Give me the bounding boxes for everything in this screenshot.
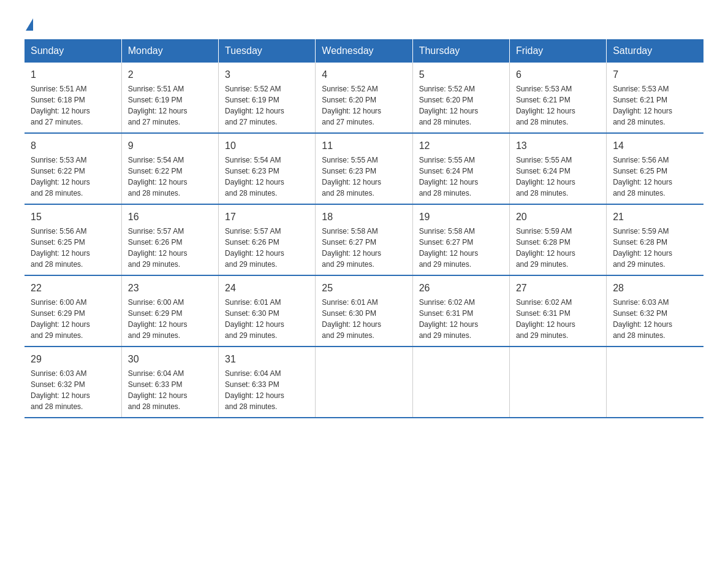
calendar-day-cell: 23Sunrise: 6:00 AMSunset: 6:29 PMDayligh… bbox=[121, 275, 218, 347]
day-number: 3 bbox=[225, 67, 309, 82]
calendar-day-cell: 3Sunrise: 5:52 AMSunset: 6:19 PMDaylight… bbox=[219, 63, 316, 133]
day-number: 26 bbox=[419, 281, 503, 296]
calendar-day-cell: 8Sunrise: 5:53 AMSunset: 6:22 PMDaylight… bbox=[25, 133, 121, 204]
day-number: 23 bbox=[128, 281, 212, 296]
calendar-day-cell: 31Sunrise: 6:04 AMSunset: 6:33 PMDayligh… bbox=[219, 347, 316, 418]
day-number: 22 bbox=[31, 281, 115, 296]
day-number: 4 bbox=[322, 67, 406, 82]
calendar-day-cell: 10Sunrise: 5:54 AMSunset: 6:23 PMDayligh… bbox=[219, 133, 316, 204]
day-number: 1 bbox=[31, 67, 115, 82]
calendar-week-row: 29Sunrise: 6:03 AMSunset: 6:32 PMDayligh… bbox=[25, 347, 703, 418]
calendar-day-cell: 2Sunrise: 5:51 AMSunset: 6:19 PMDaylight… bbox=[121, 63, 218, 133]
day-number: 10 bbox=[225, 139, 309, 153]
calendar-day-cell: 4Sunrise: 5:52 AMSunset: 6:20 PMDaylight… bbox=[316, 63, 412, 133]
calendar-day-cell: 21Sunrise: 5:59 AMSunset: 6:28 PMDayligh… bbox=[607, 204, 703, 275]
calendar-day-cell bbox=[607, 347, 703, 418]
day-number: 31 bbox=[225, 352, 309, 367]
day-number: 18 bbox=[322, 210, 406, 224]
day-number: 27 bbox=[516, 281, 600, 296]
calendar-day-cell: 13Sunrise: 5:55 AMSunset: 6:24 PMDayligh… bbox=[509, 133, 606, 204]
weekday-header: Monday bbox=[121, 39, 218, 63]
day-number: 30 bbox=[128, 352, 212, 367]
calendar-day-cell: 26Sunrise: 6:02 AMSunset: 6:31 PMDayligh… bbox=[412, 275, 509, 347]
day-number: 29 bbox=[31, 352, 115, 367]
day-number: 7 bbox=[613, 67, 697, 82]
calendar-day-cell: 20Sunrise: 5:59 AMSunset: 6:28 PMDayligh… bbox=[509, 204, 606, 275]
day-number: 6 bbox=[516, 67, 600, 82]
calendar-week-row: 1Sunrise: 5:51 AMSunset: 6:18 PMDaylight… bbox=[25, 63, 703, 133]
day-number: 11 bbox=[322, 139, 406, 153]
calendar-day-cell: 29Sunrise: 6:03 AMSunset: 6:32 PMDayligh… bbox=[25, 347, 121, 418]
day-number: 25 bbox=[322, 281, 406, 296]
calendar-day-cell: 14Sunrise: 5:56 AMSunset: 6:25 PMDayligh… bbox=[607, 133, 703, 204]
calendar-day-cell: 6Sunrise: 5:53 AMSunset: 6:21 PMDaylight… bbox=[509, 63, 606, 133]
calendar-day-cell: 7Sunrise: 5:53 AMSunset: 6:21 PMDaylight… bbox=[607, 63, 703, 133]
calendar-day-cell: 25Sunrise: 6:01 AMSunset: 6:30 PMDayligh… bbox=[316, 275, 412, 347]
calendar-table: SundayMondayTuesdayWednesdayThursdayFrid… bbox=[25, 39, 703, 418]
calendar-week-row: 22Sunrise: 6:00 AMSunset: 6:29 PMDayligh… bbox=[25, 275, 703, 347]
day-number: 15 bbox=[31, 210, 115, 224]
day-number: 20 bbox=[516, 210, 600, 224]
calendar-day-cell bbox=[412, 347, 509, 418]
logo bbox=[25, 18, 33, 27]
day-number: 9 bbox=[128, 139, 212, 153]
calendar-day-cell: 15Sunrise: 5:56 AMSunset: 6:25 PMDayligh… bbox=[25, 204, 121, 275]
calendar-day-cell bbox=[509, 347, 606, 418]
day-number: 5 bbox=[419, 67, 503, 82]
weekday-header: Saturday bbox=[607, 39, 703, 63]
weekday-header: Wednesday bbox=[316, 39, 412, 63]
weekday-header: Tuesday bbox=[219, 39, 316, 63]
day-number: 24 bbox=[225, 281, 309, 296]
day-number: 8 bbox=[31, 139, 115, 153]
calendar-day-cell: 19Sunrise: 5:58 AMSunset: 6:27 PMDayligh… bbox=[412, 204, 509, 275]
day-number: 14 bbox=[613, 139, 697, 153]
calendar-week-row: 15Sunrise: 5:56 AMSunset: 6:25 PMDayligh… bbox=[25, 204, 703, 275]
calendar-day-cell: 28Sunrise: 6:03 AMSunset: 6:32 PMDayligh… bbox=[607, 275, 703, 347]
calendar-day-cell: 1Sunrise: 5:51 AMSunset: 6:18 PMDaylight… bbox=[25, 63, 121, 133]
calendar-day-cell: 16Sunrise: 5:57 AMSunset: 6:26 PMDayligh… bbox=[121, 204, 218, 275]
calendar-day-cell: 5Sunrise: 5:52 AMSunset: 6:20 PMDaylight… bbox=[412, 63, 509, 133]
calendar-day-cell: 24Sunrise: 6:01 AMSunset: 6:30 PMDayligh… bbox=[219, 275, 316, 347]
calendar-day-cell: 27Sunrise: 6:02 AMSunset: 6:31 PMDayligh… bbox=[509, 275, 606, 347]
weekday-header: Friday bbox=[509, 39, 606, 63]
calendar-day-cell bbox=[316, 347, 412, 418]
day-number: 13 bbox=[516, 139, 600, 153]
day-number: 12 bbox=[419, 139, 503, 153]
calendar-header-row: SundayMondayTuesdayWednesdayThursdayFrid… bbox=[25, 39, 703, 63]
weekday-header: Thursday bbox=[412, 39, 509, 63]
logo-triangle-icon bbox=[26, 18, 33, 31]
calendar-week-row: 8Sunrise: 5:53 AMSunset: 6:22 PMDaylight… bbox=[25, 133, 703, 204]
calendar-day-cell: 17Sunrise: 5:57 AMSunset: 6:26 PMDayligh… bbox=[219, 204, 316, 275]
page-header bbox=[25, 18, 703, 27]
calendar-day-cell: 30Sunrise: 6:04 AMSunset: 6:33 PMDayligh… bbox=[121, 347, 218, 418]
calendar-day-cell: 18Sunrise: 5:58 AMSunset: 6:27 PMDayligh… bbox=[316, 204, 412, 275]
weekday-header: Sunday bbox=[25, 39, 121, 63]
day-number: 19 bbox=[419, 210, 503, 224]
calendar-day-cell: 9Sunrise: 5:54 AMSunset: 6:22 PMDaylight… bbox=[121, 133, 218, 204]
day-number: 2 bbox=[128, 67, 212, 82]
calendar-day-cell: 22Sunrise: 6:00 AMSunset: 6:29 PMDayligh… bbox=[25, 275, 121, 347]
day-number: 21 bbox=[613, 210, 697, 224]
calendar-day-cell: 11Sunrise: 5:55 AMSunset: 6:23 PMDayligh… bbox=[316, 133, 412, 204]
day-number: 17 bbox=[225, 210, 309, 224]
day-number: 16 bbox=[128, 210, 212, 224]
calendar-day-cell: 12Sunrise: 5:55 AMSunset: 6:24 PMDayligh… bbox=[412, 133, 509, 204]
day-number: 28 bbox=[613, 281, 697, 296]
